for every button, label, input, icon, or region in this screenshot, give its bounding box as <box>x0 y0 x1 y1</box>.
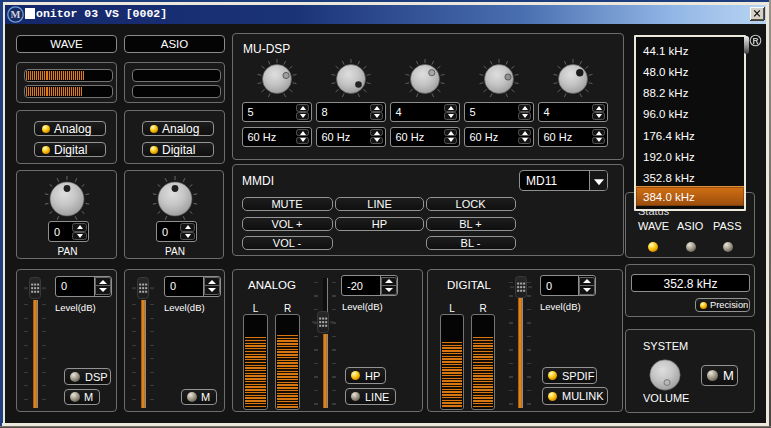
svg-text:R: R <box>752 36 758 46</box>
svg-text:M: M <box>11 9 21 20</box>
